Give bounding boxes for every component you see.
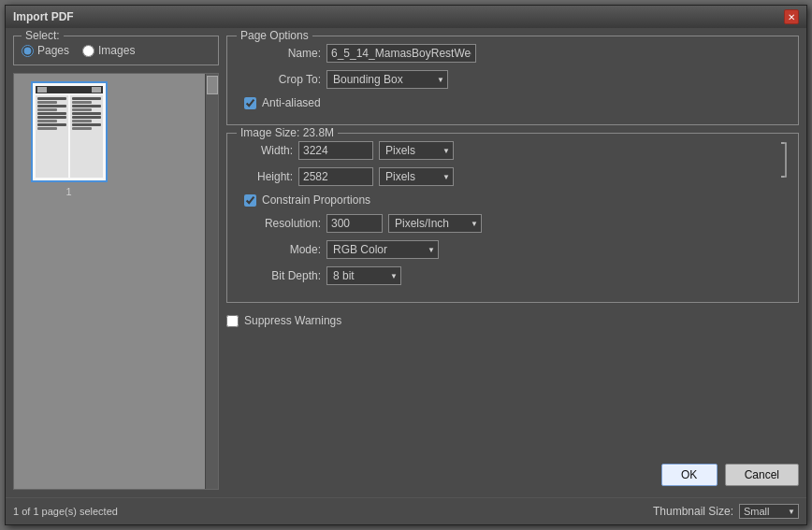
import-pdf-dialog: Import PDF ✕ Select: Pages Images <box>5 5 807 525</box>
bottom-bar: 1 of 1 page(s) selected Thumbnail Size: … <box>6 497 806 524</box>
mode-label: Mode: <box>237 243 321 256</box>
images-radio[interactable] <box>82 45 94 57</box>
thumb-size-label: Thumbnail Size: <box>653 505 733 518</box>
mode-select[interactable]: RGB Color CMYK Color Grayscale Lab Color <box>326 240 439 259</box>
height-row: Height: Pixels Inches cm mm <box>237 167 772 186</box>
name-input[interactable] <box>326 44 476 63</box>
title-bar: Import PDF ✕ <box>6 6 806 28</box>
crop-select[interactable]: Bounding Box Media Box Bleed Box Trim Bo… <box>326 70 448 89</box>
dialog-body: Select: Pages Images <box>6 28 806 497</box>
width-unit-select[interactable]: Pixels Inches cm mm <box>379 141 454 160</box>
link-proportions-icon <box>774 141 789 179</box>
page-options-box: Page Options Name: Crop To: Bounding Box… <box>226 36 799 125</box>
width-row: Width: Pixels Inches cm mm <box>237 141 772 160</box>
height-label: Height: <box>237 170 293 183</box>
suppress-checkbox[interactable] <box>226 315 239 327</box>
right-panel: Page Options Name: Crop To: Bounding Box… <box>226 36 799 490</box>
page-count: 1 of 1 page(s) selected <box>13 506 118 517</box>
pages-radio-item[interactable]: Pages <box>22 44 69 57</box>
cancel-button[interactable]: Cancel <box>725 464 799 486</box>
bit-depth-row: Bit Depth: 8 bit 16 bit 32 bit <box>237 266 789 285</box>
height-unit-select[interactable]: Pixels Inches cm mm <box>379 167 454 186</box>
ok-button[interactable]: OK <box>661 464 718 486</box>
resolution-input[interactable] <box>326 214 383 233</box>
anti-alias-label: Anti-aliased <box>262 96 321 109</box>
width-label: Width: <box>237 144 293 157</box>
action-row: OK Cancel <box>226 460 799 490</box>
height-input[interactable] <box>298 167 373 186</box>
pages-label: Pages <box>37 44 69 57</box>
width-input[interactable] <box>298 141 373 160</box>
resolution-unit-select[interactable]: Pixels/Inch Pixels/cm <box>388 214 482 233</box>
select-group: Select: Pages Images <box>13 36 219 65</box>
image-size-box: Image Size: 23.8M Width: Pixels Inches c… <box>226 133 799 303</box>
suppress-label: Suppress Warnings <box>244 314 341 327</box>
bit-depth-wrapper: 8 bit 16 bit 32 bit <box>326 266 401 285</box>
dialog-title: Import PDF <box>13 10 74 23</box>
crop-select-wrapper: Bounding Box Media Box Bleed Box Trim Bo… <box>326 70 448 89</box>
images-label: Images <box>98 44 135 57</box>
bit-depth-select[interactable]: 8 bit 16 bit 32 bit <box>326 266 401 285</box>
resolution-unit-wrapper: Pixels/Inch Pixels/cm <box>388 214 482 233</box>
resolution-row: Resolution: Pixels/Inch Pixels/cm <box>237 214 789 233</box>
thumb-size-select-wrapper: Small Medium Large <box>739 504 799 519</box>
page-options-label: Page Options <box>237 29 312 42</box>
scroll-thumb[interactable] <box>207 76 218 94</box>
name-label: Name: <box>237 47 321 60</box>
page-thumbnail[interactable] <box>31 81 108 182</box>
thumb-size-row: Thumbnail Size: Small Medium Large <box>653 504 799 519</box>
constrain-label: Constrain Proportions <box>262 193 370 207</box>
pages-radio[interactable] <box>22 45 34 57</box>
width-unit-wrapper: Pixels Inches cm mm <box>379 141 454 160</box>
select-group-label: Select: <box>22 29 64 42</box>
suppress-row: Suppress Warnings <box>226 314 799 327</box>
left-panel: Select: Pages Images <box>13 36 219 490</box>
scroll-bar[interactable] <box>205 74 218 489</box>
height-unit-wrapper: Pixels Inches cm mm <box>379 167 454 186</box>
name-row: Name: <box>237 44 789 63</box>
resolution-label: Resolution: <box>237 217 321 230</box>
anti-alias-checkbox[interactable] <box>244 97 256 109</box>
constrain-row: Constrain Proportions <box>244 193 789 207</box>
dimensions-col: Width: Pixels Inches cm mm <box>237 141 772 193</box>
image-size-label: Image Size: 23.8M <box>237 126 338 139</box>
images-radio-item[interactable]: Images <box>82 44 135 57</box>
mode-select-wrapper: RGB Color CMYK Color Grayscale Lab Color <box>326 240 439 259</box>
crop-label: Crop To: <box>237 73 321 86</box>
radio-row: Pages Images <box>22 44 210 57</box>
crop-row: Crop To: Bounding Box Media Box Bleed Bo… <box>237 70 789 89</box>
mode-row: Mode: RGB Color CMYK Color Grayscale Lab… <box>237 240 789 259</box>
thumbnail-area: 1 <box>13 73 219 490</box>
thumb-size-select[interactable]: Small Medium Large <box>739 504 799 519</box>
thumbnail-page[interactable]: 1 <box>29 81 109 197</box>
anti-alias-row: Anti-aliased <box>244 96 789 109</box>
close-button[interactable]: ✕ <box>784 9 799 24</box>
page-number: 1 <box>65 186 71 197</box>
constrain-checkbox[interactable] <box>244 194 256 207</box>
bit-depth-label: Bit Depth: <box>237 269 321 282</box>
